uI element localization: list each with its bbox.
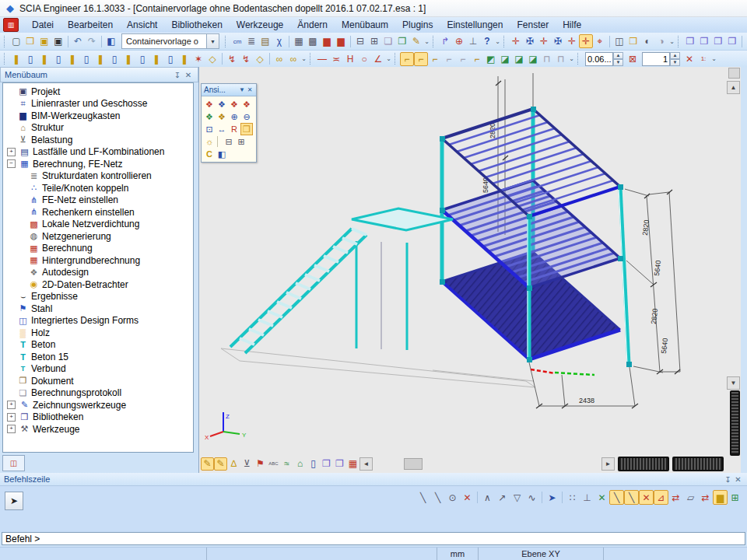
clipboard-c-icon[interactable]	[203, 148, 216, 160]
tree-item-strukturdaten[interactable]: ≣Strukturdaten kontrollieren	[7, 170, 193, 183]
display-filter-1-icon[interactable]	[640, 34, 654, 48]
tree-item-hintergrundberechnung[interactable]: ▦Hintergrundberechnung	[7, 254, 193, 267]
toolbar-handle[interactable]	[4, 36, 7, 47]
snap-endpoint-icon[interactable]	[609, 490, 624, 505]
staircase[interactable]	[230, 229, 366, 353]
surface-display-icon[interactable]	[280, 457, 293, 471]
grid-mask-icon[interactable]	[306, 34, 320, 48]
spinner-up-icon[interactable]: ▲	[613, 52, 623, 59]
zoom-out-icon[interactable]	[240, 110, 253, 123]
h-scroll-thumb[interactable]	[404, 458, 423, 470]
pin-icon[interactable]	[172, 71, 183, 79]
cascade-1-icon[interactable]	[683, 34, 697, 48]
member-1d-8-icon[interactable]	[107, 52, 121, 66]
check-structure-icon[interactable]	[253, 52, 267, 66]
support-1-icon[interactable]	[509, 34, 523, 48]
check-data-2-icon[interactable]	[286, 52, 300, 66]
member-1d-11-icon[interactable]	[149, 52, 163, 66]
free-edge-1-icon[interactable]	[400, 52, 414, 66]
tree-item-lastfaelle[interactable]: +▤Lastfälle und LF-Kombinationen	[7, 146, 193, 159]
mesh-size-input[interactable]	[585, 52, 613, 66]
units-icon[interactable]	[230, 34, 244, 48]
zoom-previous-icon[interactable]	[228, 123, 240, 135]
snap-polygon-icon[interactable]	[683, 490, 698, 505]
tree-item-netzgenerierung[interactable]: ◍Netzgenerierung	[7, 230, 193, 243]
tree-item-bim-werkzeugkasten[interactable]: ▆BIM-Werkzeugkasten	[7, 110, 193, 122]
member-1d-2-icon[interactable]	[23, 52, 37, 66]
snap-midpoint-icon[interactable]	[624, 490, 639, 505]
print-icon[interactable]	[353, 34, 367, 48]
menu-ansicht[interactable]: Ansicht	[120, 18, 164, 32]
support-2-icon[interactable]	[523, 34, 537, 48]
dimension-red-icon[interactable]	[329, 52, 343, 66]
toolbar-handle[interactable]	[433, 36, 436, 47]
menubaum-header[interactable]: Menübaum	[0, 67, 198, 82]
mesh-refine-1-icon[interactable]	[484, 52, 498, 66]
overflow-chevron-icon[interactable]: ⌄	[668, 38, 675, 45]
catalog-blocks-icon[interactable]	[292, 34, 306, 48]
mesh-refine-3-icon[interactable]	[512, 52, 526, 66]
toolbar-handle[interactable]	[225, 36, 228, 47]
view-colored-icon[interactable]	[203, 110, 216, 123]
tree-item-beton[interactable]: TBeton	[7, 339, 193, 352]
overflow-chevron-icon[interactable]: ⌄	[494, 38, 501, 45]
zoom-in-icon[interactable]	[228, 110, 240, 123]
tree-item-netzverdichtung[interactable]: ▩Lokale Netzverdichtung	[7, 219, 193, 231]
palette-dropdown-icon[interactable]: ▼	[238, 86, 246, 93]
what-is-info-icon[interactable]	[480, 34, 494, 48]
document-edit-icon[interactable]	[409, 34, 423, 48]
member-1d-3-icon[interactable]	[37, 52, 51, 66]
menu-fenster[interactable]: Fenster	[510, 18, 556, 32]
paste-geometry-icon[interactable]	[438, 34, 452, 48]
expander-minus-icon[interactable]: −	[7, 159, 16, 168]
mesh-refine-4-icon[interactable]	[526, 52, 540, 66]
menu-bibliotheken[interactable]: Bibliotheken	[164, 18, 229, 32]
cone-display-icon[interactable]	[227, 457, 240, 471]
member-1d-6-icon[interactable]	[79, 52, 93, 66]
menu-bearbeiten[interactable]: Bearbeiten	[61, 18, 120, 32]
scale-input[interactable]	[642, 52, 670, 66]
tree-item-zeichnungswerkzeuge[interactable]: +✎Zeichnungswerkzeuge	[7, 399, 193, 411]
ortho-icon[interactable]	[580, 490, 594, 505]
dropdown-arrow-icon[interactable]: ▼	[206, 34, 219, 48]
curve-snap-icon[interactable]	[524, 490, 539, 505]
delete-snap-icon[interactable]	[460, 490, 475, 505]
spinner-down-icon[interactable]: ▼	[670, 59, 680, 66]
zoom-fit-icon[interactable]	[216, 123, 228, 135]
print-preview-icon[interactable]	[367, 34, 381, 48]
explode-icon[interactable]	[191, 52, 205, 66]
tree-item-verbund[interactable]: TVerbund	[7, 363, 193, 376]
mesh-size-spinner[interactable]: ▲▼	[585, 52, 623, 66]
palette-close-icon[interactable]: ✕	[246, 86, 254, 93]
status-units[interactable]: mm	[437, 548, 479, 560]
storey-manager-icon[interactable]	[258, 34, 272, 48]
member-1d-12-icon[interactable]	[163, 52, 177, 66]
expander-plus-icon[interactable]: +	[7, 413, 16, 422]
menu-hilfe[interactable]: Hilfe	[556, 18, 588, 32]
flag-display-icon[interactable]	[254, 457, 267, 471]
member-1d-4-icon[interactable]	[51, 52, 65, 66]
expander-plus-icon[interactable]: +	[7, 425, 16, 433]
view-settings-icon[interactable]	[240, 123, 253, 135]
lightbulb-icon[interactable]	[203, 135, 216, 148]
snap-perpendicular-icon[interactable]	[654, 490, 668, 505]
tree-item-stahl[interactable]: ⚑Stahl	[7, 303, 193, 315]
member-1d-9-icon[interactable]	[121, 52, 135, 66]
fast-draw-2-icon[interactable]	[214, 457, 227, 471]
scale-ratio-icon[interactable]	[696, 52, 710, 66]
tree-item-fe-netz[interactable]: ⋔FE-Netz einstellen	[7, 194, 193, 207]
polygon-snap-icon[interactable]	[510, 490, 524, 505]
tree-item-holz[interactable]: ▒Holz	[7, 327, 193, 339]
view-axo-1-icon[interactable]	[203, 98, 216, 110]
toolbar-handle[interactable]	[4, 53, 7, 65]
project-template-dropdown[interactable]: Containervorlage o ▼	[121, 33, 219, 49]
scroll-up-icon[interactable]: ▲	[727, 81, 740, 94]
grid-display-icon[interactable]	[346, 457, 359, 471]
pin-icon[interactable]	[723, 475, 733, 484]
expander-plus-icon[interactable]: +	[7, 401, 16, 409]
tree-item-design-forms[interactable]: ◫Integriertes Design Forms	[7, 315, 193, 327]
snap-parallel-icon[interactable]	[668, 490, 683, 505]
tree-item-linienraster[interactable]: ⌗Linienraster und Geschosse	[7, 98, 193, 110]
zoom-window-icon[interactable]	[203, 123, 216, 135]
save-project-icon[interactable]	[37, 34, 51, 48]
